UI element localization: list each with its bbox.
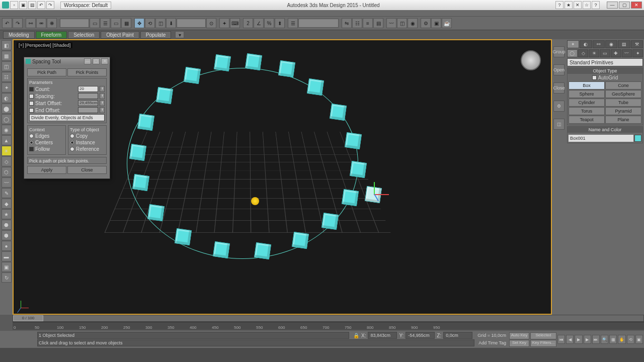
- lt-21-icon[interactable]: ▬: [2, 251, 12, 261]
- prev-frame-icon[interactable]: ◀: [566, 335, 574, 344]
- lt-17-icon[interactable]: ★: [2, 209, 12, 219]
- layer-explorer-icon[interactable]: ▤: [373, 18, 383, 28]
- side-tab-misc2-icon[interactable]: ◫: [553, 119, 565, 130]
- spinner-snap-icon[interactable]: ⬍: [275, 18, 285, 28]
- help-icon[interactable]: ?: [592, 1, 600, 9]
- cp-tab-hierarchy-icon[interactable]: ⚯: [593, 40, 605, 48]
- box-instance[interactable]: [214, 54, 231, 71]
- render-icon[interactable]: ☕: [442, 18, 452, 28]
- undo-icon[interactable]: ↶: [2, 18, 12, 28]
- lt-6-icon[interactable]: ◐: [2, 93, 12, 103]
- box-instance[interactable]: [132, 174, 149, 191]
- box-instance[interactable]: [184, 67, 201, 84]
- count-spin-btn[interactable]: ⬍: [100, 86, 105, 92]
- side-tab-misc1-icon[interactable]: ⚙: [553, 101, 565, 112]
- nav-pan-icon[interactable]: ✋: [618, 335, 625, 344]
- select-rotate-icon[interactable]: ⟲: [145, 18, 155, 28]
- start-spinner[interactable]: 29,455cm: [78, 100, 98, 106]
- play-icon[interactable]: ▶: [575, 335, 582, 344]
- object-color-swatch[interactable]: [634, 135, 641, 142]
- named-selection-set[interactable]: [298, 19, 339, 28]
- qat-redo-icon[interactable]: ↷: [46, 1, 54, 9]
- prim-tube[interactable]: Tube: [605, 99, 641, 107]
- lt-22-icon[interactable]: ▣: [2, 262, 12, 272]
- lt-20-icon[interactable]: ●: [2, 241, 12, 251]
- box-instance[interactable]: [345, 132, 362, 149]
- link-icon[interactable]: ⚯: [26, 18, 36, 28]
- lt-8-icon[interactable]: ◯: [2, 114, 12, 124]
- keyboard-shortcut-icon[interactable]: ⌨: [230, 18, 240, 28]
- box-instance[interactable]: [147, 204, 165, 221]
- lt-18-icon[interactable]: ⬣: [2, 220, 12, 230]
- box-instance[interactable]: [245, 53, 262, 70]
- tab-populate[interactable]: Populate: [140, 31, 171, 39]
- prim-cylinder[interactable]: Cylinder: [569, 99, 605, 107]
- time-slider[interactable]: 0 / 100: [13, 315, 644, 322]
- nav-orbit-icon[interactable]: ⟲: [627, 335, 634, 344]
- spacing-spinner[interactable]: [78, 93, 98, 99]
- exchange-icon[interactable]: ✕: [574, 1, 582, 9]
- window-crossing-icon[interactable]: ▦: [121, 18, 131, 28]
- box-instance[interactable]: [330, 104, 347, 121]
- primitive-category-dropdown[interactable]: Standard Primitives: [567, 58, 643, 66]
- selection-filter[interactable]: [60, 19, 89, 28]
- goto-start-icon[interactable]: ⏮: [557, 335, 565, 344]
- side-tab-close[interactable]: Close: [553, 82, 565, 94]
- pick-points-button[interactable]: Pick Points: [67, 68, 107, 76]
- coord-x-input[interactable]: 83,843cm: [368, 332, 397, 339]
- box-instance[interactable]: [350, 161, 367, 178]
- end-spinner[interactable]: [78, 107, 98, 113]
- nav-zoomall-icon[interactable]: ▦: [609, 335, 617, 344]
- redo-icon[interactable]: ↷: [13, 18, 23, 28]
- cp-sub-systems-icon[interactable]: ✦: [632, 49, 643, 57]
- lt-9-icon[interactable]: ◉: [2, 125, 12, 135]
- close-button[interactable]: ✕: [631, 2, 642, 9]
- close-dialog-button[interactable]: Close: [67, 166, 107, 174]
- ctx-centers-radio[interactable]: [29, 140, 34, 145]
- favorites-icon[interactable]: ☆: [583, 1, 591, 9]
- tab-selection[interactable]: Selection: [68, 31, 100, 39]
- box-instance[interactable]: [213, 241, 230, 258]
- cp-tab-display-icon[interactable]: ▤: [618, 40, 630, 48]
- snap-angle-icon[interactable]: ∠: [254, 18, 264, 28]
- goto-end-icon[interactable]: ⏭: [592, 335, 600, 344]
- cp-tab-motion-icon[interactable]: ◉: [605, 40, 617, 48]
- minimize-button[interactable]: —: [607, 2, 618, 9]
- select-move-icon[interactable]: ✥: [134, 18, 144, 28]
- apply-button[interactable]: Apply: [27, 166, 66, 174]
- box-instance[interactable]: [129, 144, 146, 161]
- render-setup-icon[interactable]: ⚙: [421, 18, 431, 28]
- pick-path-button[interactable]: Pick Path: [27, 68, 66, 76]
- qat-open-icon[interactable]: ▣: [19, 1, 27, 9]
- schematic-icon[interactable]: ◫: [397, 18, 407, 28]
- cp-sub-shapes-icon[interactable]: ◇: [578, 49, 589, 57]
- nav-maximize-icon[interactable]: ▣: [635, 335, 643, 344]
- prim-teapot[interactable]: Teapot: [569, 116, 605, 124]
- dialog-titlebar[interactable]: Spacing Tool — ▢ ✕: [24, 57, 110, 65]
- end-checkbox[interactable]: [29, 108, 34, 113]
- edit-named-sel-icon[interactable]: ☰: [288, 18, 298, 28]
- ctx-edges-radio[interactable]: [29, 134, 34, 138]
- box-instance[interactable]: [342, 189, 359, 206]
- align-icon[interactable]: ☷: [352, 18, 362, 28]
- lt-2-icon[interactable]: ▦: [2, 51, 12, 61]
- cp-tab-modify-icon[interactable]: ◐: [580, 40, 592, 48]
- cp-sub-lights-icon[interactable]: ☀: [589, 49, 599, 57]
- box-instance[interactable]: [321, 213, 339, 230]
- dialog-close-icon[interactable]: ✕: [101, 58, 108, 64]
- ref-coord-system[interactable]: [177, 19, 206, 28]
- box-instance[interactable]: [254, 242, 271, 259]
- side-tab-group[interactable]: Group: [553, 46, 565, 57]
- select-place-icon[interactable]: ⬇: [166, 18, 176, 28]
- material-editor-icon[interactable]: ◉: [408, 18, 418, 28]
- cp-sub-helpers-icon[interactable]: ✚: [611, 49, 621, 57]
- rect-region-icon[interactable]: ▭: [111, 18, 121, 28]
- manipulate-icon[interactable]: ✦: [219, 18, 229, 28]
- layers-icon[interactable]: ≡: [363, 18, 373, 28]
- ctx-follow-checkbox[interactable]: [29, 147, 34, 151]
- lt-16-icon[interactable]: ◆: [2, 199, 12, 209]
- object-name-input[interactable]: Box001: [569, 135, 633, 142]
- prim-cone[interactable]: Cone: [605, 81, 641, 89]
- tab-objectpaint[interactable]: Object Paint: [101, 31, 139, 39]
- cp-tab-utilities-icon[interactable]: ⚒: [631, 40, 643, 48]
